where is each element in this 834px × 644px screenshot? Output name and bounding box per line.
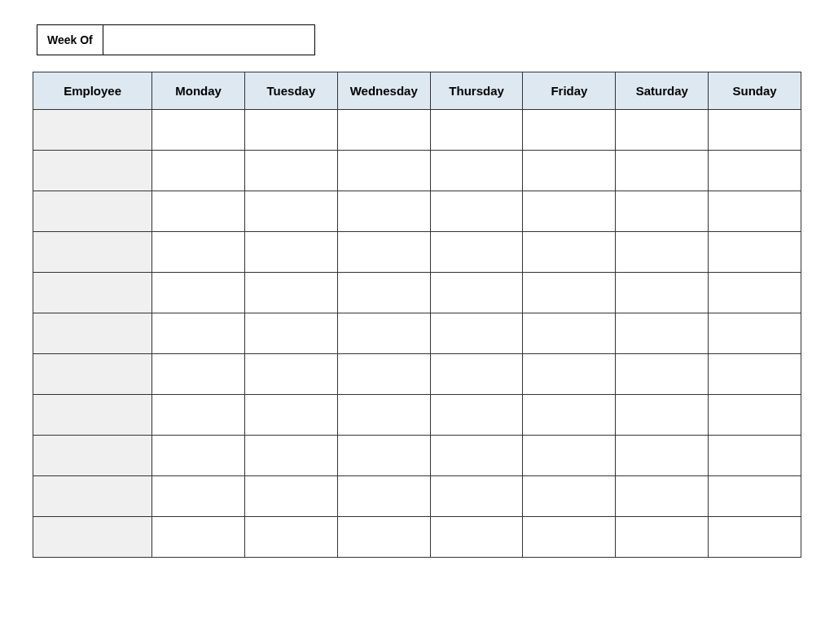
schedule-cell[interactable] (152, 313, 245, 354)
schedule-cell[interactable] (709, 110, 801, 151)
schedule-cell[interactable] (245, 354, 338, 395)
day-header-thursday: Thursday (430, 72, 523, 110)
schedule-cell[interactable] (430, 436, 523, 476)
schedule-cell[interactable] (152, 191, 245, 232)
schedule-cell[interactable] (523, 395, 616, 436)
schedule-cell[interactable] (245, 395, 338, 436)
employee-cell[interactable] (33, 151, 152, 191)
employee-cell[interactable] (33, 110, 152, 151)
table-row (33, 436, 801, 476)
schedule-cell[interactable] (523, 313, 616, 354)
schedule-cell[interactable] (152, 517, 245, 558)
schedule-cell[interactable] (709, 191, 801, 232)
table-row (33, 354, 801, 395)
schedule-cell[interactable] (245, 110, 338, 151)
schedule-cell[interactable] (152, 354, 245, 395)
schedule-cell[interactable] (523, 191, 616, 232)
employee-cell[interactable] (33, 313, 152, 354)
schedule-cell[interactable] (430, 354, 523, 395)
schedule-cell[interactable] (152, 436, 245, 476)
schedule-cell[interactable] (523, 273, 616, 313)
schedule-cell[interactable] (337, 313, 430, 354)
schedule-cell[interactable] (709, 517, 801, 558)
schedule-cell[interactable] (152, 232, 245, 273)
week-of-input[interactable] (103, 24, 315, 55)
schedule-cell[interactable] (523, 354, 616, 395)
table-row (33, 110, 801, 151)
employee-cell[interactable] (33, 476, 152, 517)
schedule-cell[interactable] (616, 313, 709, 354)
schedule-cell[interactable] (245, 151, 338, 191)
schedule-cell[interactable] (245, 313, 338, 354)
schedule-cell[interactable] (709, 395, 801, 436)
schedule-cell[interactable] (430, 110, 523, 151)
schedule-cell[interactable] (245, 191, 338, 232)
schedule-cell[interactable] (430, 313, 523, 354)
schedule-cell[interactable] (245, 517, 338, 558)
schedule-cell[interactable] (523, 232, 616, 273)
table-row (33, 232, 801, 273)
employee-cell[interactable] (33, 273, 152, 313)
employee-cell[interactable] (33, 395, 152, 436)
schedule-cell[interactable] (616, 354, 709, 395)
schedule-cell[interactable] (523, 436, 616, 476)
schedule-cell[interactable] (709, 232, 801, 273)
schedule-cell[interactable] (709, 151, 801, 191)
table-row (33, 313, 801, 354)
schedule-cell[interactable] (245, 232, 338, 273)
schedule-cell[interactable] (245, 273, 338, 313)
schedule-cell[interactable] (245, 436, 338, 476)
employee-cell[interactable] (33, 191, 152, 232)
employee-cell[interactable] (33, 354, 152, 395)
employee-cell[interactable] (33, 517, 152, 558)
schedule-cell[interactable] (152, 151, 245, 191)
schedule-cell[interactable] (337, 517, 430, 558)
schedule-cell[interactable] (430, 517, 523, 558)
employee-cell[interactable] (33, 232, 152, 273)
schedule-cell[interactable] (337, 436, 430, 476)
schedule-cell[interactable] (152, 395, 245, 436)
schedule-cell[interactable] (523, 476, 616, 517)
employee-cell[interactable] (33, 436, 152, 476)
schedule-cell[interactable] (523, 151, 616, 191)
schedule-cell[interactable] (616, 151, 709, 191)
schedule-cell[interactable] (430, 395, 523, 436)
employee-header: Employee (33, 72, 152, 110)
schedule-cell[interactable] (245, 476, 338, 517)
schedule-cell[interactable] (152, 273, 245, 313)
table-row (33, 191, 801, 232)
schedule-cell[interactable] (616, 273, 709, 313)
schedule-cell[interactable] (152, 110, 245, 151)
schedule-cell[interactable] (709, 354, 801, 395)
schedule-cell[interactable] (337, 151, 430, 191)
schedule-cell[interactable] (152, 476, 245, 517)
schedule-cell[interactable] (616, 436, 709, 476)
schedule-cell[interactable] (430, 232, 523, 273)
day-header-saturday: Saturday (616, 72, 709, 110)
day-header-sunday: Sunday (709, 72, 801, 110)
schedule-cell[interactable] (430, 151, 523, 191)
schedule-cell[interactable] (337, 354, 430, 395)
schedule-cell[interactable] (709, 436, 801, 476)
schedule-cell[interactable] (337, 191, 430, 232)
schedule-cell[interactable] (430, 191, 523, 232)
schedule-cell[interactable] (337, 110, 430, 151)
schedule-cell[interactable] (337, 476, 430, 517)
schedule-cell[interactable] (709, 273, 801, 313)
schedule-cell[interactable] (616, 191, 709, 232)
day-header-tuesday: Tuesday (245, 72, 338, 110)
schedule-cell[interactable] (337, 273, 430, 313)
schedule-cell[interactable] (616, 517, 709, 558)
schedule-cell[interactable] (616, 476, 709, 517)
schedule-cell[interactable] (709, 476, 801, 517)
schedule-cell[interactable] (709, 313, 801, 354)
schedule-cell[interactable] (616, 232, 709, 273)
schedule-cell[interactable] (430, 476, 523, 517)
schedule-cell[interactable] (337, 395, 430, 436)
schedule-cell[interactable] (616, 395, 709, 436)
schedule-cell[interactable] (523, 517, 616, 558)
schedule-cell[interactable] (523, 110, 616, 151)
schedule-cell[interactable] (430, 273, 523, 313)
schedule-cell[interactable] (337, 232, 430, 273)
schedule-cell[interactable] (616, 110, 709, 151)
